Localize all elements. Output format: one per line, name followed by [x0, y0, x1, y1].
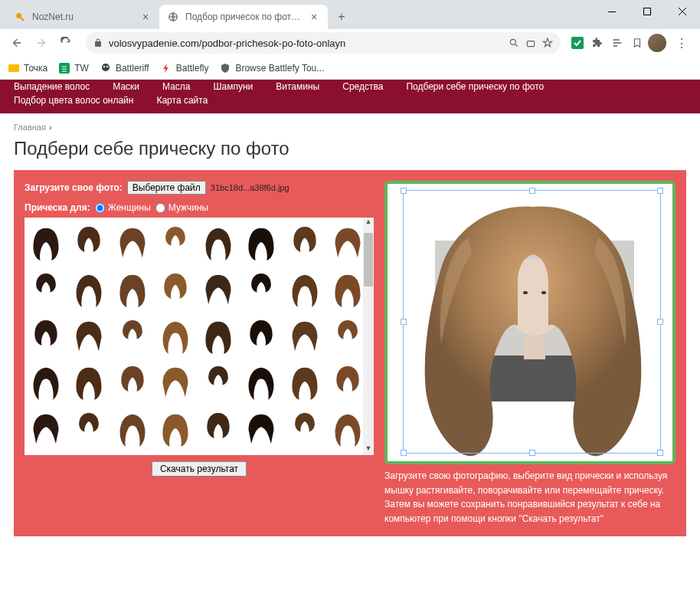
forward-button[interactable]	[31, 32, 52, 54]
hairstyle-thumb[interactable]	[200, 314, 237, 359]
maximize-button[interactable]	[630, 0, 665, 23]
hairstyle-thumb[interactable]	[157, 314, 194, 359]
hairstyle-thumb[interactable]	[243, 221, 280, 265]
hairstyle-thumb[interactable]	[157, 407, 194, 451]
scroll-down-icon[interactable]: ▼	[363, 444, 374, 455]
close-window-button[interactable]	[665, 0, 700, 23]
hairstyle-thumb[interactable]	[114, 267, 151, 312]
hairstyle-thumb[interactable]	[114, 314, 151, 359]
choose-file-button[interactable]: Выберите файл	[127, 181, 206, 195]
nav-hairloss[interactable]: Выпадение волос	[14, 81, 90, 92]
extension-check-icon[interactable]	[570, 35, 585, 51]
hairstyle-thumb[interactable]	[200, 360, 237, 405]
hairstyle-thumb[interactable]	[157, 267, 194, 312]
nav-color-online[interactable]: Подбор цвета волос онлайн	[14, 95, 133, 106]
gender-female-label[interactable]: Женщины	[108, 202, 151, 213]
resize-handle[interactable]	[657, 319, 663, 325]
hairstyle-thumb[interactable]	[200, 267, 237, 312]
download-result-button[interactable]: Скачать результат	[152, 461, 247, 477]
breadcrumb-home[interactable]: Главная	[14, 123, 46, 132]
search-icon[interactable]	[509, 38, 519, 48]
hairstyle-thumb[interactable]	[286, 267, 323, 312]
nav-remedies[interactable]: Средства	[342, 81, 383, 92]
hairstyle-thumb[interactable]	[329, 360, 366, 405]
bookmark-tochka[interactable]: Точка	[8, 62, 47, 74]
hairstyle-thumb[interactable]	[286, 360, 323, 405]
bookmark-battlefly[interactable]: Battlefly	[160, 62, 209, 74]
bookmark-tw[interactable]: TW	[58, 62, 89, 74]
hairstyle-thumb[interactable]	[243, 407, 280, 451]
resize-handle[interactable]	[401, 319, 407, 325]
tab-noznet[interactable]: NozNet.ru ×	[6, 5, 159, 29]
hairstyle-thumb[interactable]	[157, 360, 194, 405]
hairstyle-thumb[interactable]	[28, 407, 64, 451]
selection-box[interactable]	[403, 190, 661, 454]
nav-hairstyle-photo[interactable]: Подбери себе прическу по фото	[406, 81, 544, 92]
bookmark-battleriff[interactable]: Battleriff	[100, 62, 149, 74]
hairstyle-thumb[interactable]	[329, 221, 366, 265]
minimize-button[interactable]	[594, 0, 630, 23]
avatar[interactable]	[648, 34, 666, 52]
hairstyle-thumb[interactable]	[70, 267, 107, 312]
gender-female-radio[interactable]	[95, 203, 105, 213]
tab-hairstyle[interactable]: Подбор причесок по фото онлайн ×	[159, 5, 328, 29]
hairstyle-thumb[interactable]	[28, 360, 64, 405]
hairstyle-thumb[interactable]	[70, 221, 107, 265]
hairstyle-thumb[interactable]	[114, 360, 151, 405]
hairstyle-thumb[interactable]	[28, 314, 64, 359]
puzzle-icon[interactable]	[590, 35, 605, 51]
back-button[interactable]	[6, 32, 28, 54]
scroll-thumb[interactable]	[364, 233, 373, 287]
hairstyle-thumb[interactable]	[243, 360, 280, 405]
hairstyle-thumb[interactable]	[28, 267, 64, 312]
hairstyle-thumb[interactable]	[70, 314, 107, 359]
hairstyle-thumb[interactable]	[243, 314, 280, 359]
bookmark-icon[interactable]	[630, 35, 645, 51]
close-icon[interactable]: ×	[308, 11, 320, 23]
star-icon[interactable]	[542, 38, 553, 48]
bookmark-battlefy[interactable]: Browse Battlefy Tou...	[219, 62, 324, 74]
nav-sitemap[interactable]: Карта сайта	[156, 95, 208, 106]
bookmark-label: Точка	[24, 63, 47, 74]
scroll-up-icon[interactable]: ▲	[363, 218, 374, 228]
hairstyle-thumb[interactable]	[286, 314, 323, 359]
hairstyle-thumb[interactable]	[286, 407, 323, 451]
reload-button[interactable]	[55, 32, 77, 54]
resize-handle[interactable]	[657, 188, 663, 194]
gender-male-radio[interactable]	[155, 203, 165, 213]
gender-male-label[interactable]: Мужчины	[168, 202, 208, 213]
hairstyle-thumb[interactable]	[114, 221, 151, 265]
favicon-wrench-icon	[14, 11, 26, 23]
hairstyle-thumb[interactable]	[70, 360, 107, 405]
resize-handle[interactable]	[529, 450, 535, 456]
nav-masks[interactable]: Маски	[113, 81, 139, 92]
preview-canvas[interactable]	[384, 181, 675, 464]
nav-shampoos[interactable]: Шампуни	[214, 81, 254, 92]
nav-oils[interactable]: Масла	[162, 81, 190, 92]
hairstyle-thumb[interactable]	[200, 407, 237, 451]
hairstyle-thumb[interactable]	[28, 221, 64, 265]
resize-handle[interactable]	[657, 450, 663, 456]
share-icon[interactable]	[525, 38, 536, 48]
close-icon[interactable]: ×	[139, 11, 152, 23]
hairstyle-thumb[interactable]	[70, 407, 107, 451]
svg-rect-4	[527, 41, 534, 47]
nav-vitamins[interactable]: Витамины	[276, 81, 319, 92]
hairstyle-thumb[interactable]	[157, 221, 194, 265]
hairstyle-thumb[interactable]	[329, 314, 366, 359]
hairstyle-thumb[interactable]	[114, 407, 151, 451]
resize-handle[interactable]	[529, 188, 535, 194]
address-bar[interactable]: volosvypadenie.com/podbor-prichesok-po-f…	[86, 32, 561, 54]
hairstyle-thumb[interactable]	[329, 407, 366, 451]
hairstyle-thumb[interactable]	[286, 221, 323, 265]
hairstyle-thumb[interactable]	[243, 267, 280, 312]
list-icon[interactable]	[610, 35, 625, 51]
resize-handle[interactable]	[401, 188, 407, 194]
menu-button[interactable]: ⋮	[669, 36, 694, 51]
scrollbar[interactable]: ▲ ▼	[363, 218, 374, 455]
site-nav: Выпадение волос Маски Масла Шампуни Вита…	[0, 80, 700, 113]
new-tab-button[interactable]: +	[331, 6, 352, 28]
resize-handle[interactable]	[401, 450, 407, 456]
hairstyle-thumb[interactable]	[200, 221, 237, 265]
hairstyle-thumb[interactable]	[329, 267, 366, 312]
